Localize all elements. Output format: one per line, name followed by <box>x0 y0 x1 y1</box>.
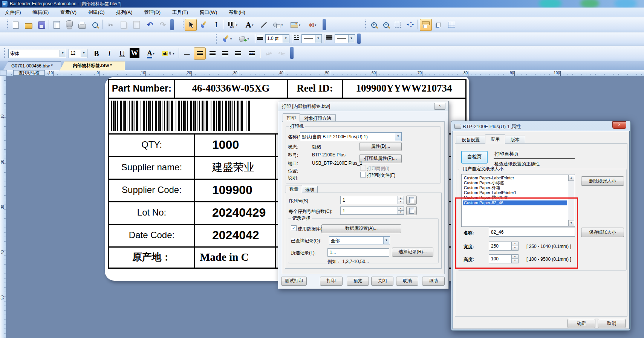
menu-manage[interactable]: 管理(D) <box>139 8 165 17</box>
page-setup-button[interactable] <box>50 19 63 31</box>
print-confirm-button[interactable]: 打印 <box>320 277 343 286</box>
properties-cancel-button[interactable]: 取消 <box>598 319 626 328</box>
font-color-button[interactable]: A▾ <box>142 47 159 60</box>
align-left-button[interactable] <box>194 47 206 60</box>
select-tool-button[interactable] <box>185 19 197 31</box>
barcode-object[interactable] <box>111 101 251 131</box>
redo-button[interactable]: ↷ <box>157 19 169 31</box>
scroll-up-arrow[interactable]: ▲ <box>568 175 574 181</box>
rfid-tool-button[interactable]: ((●))▾ <box>304 19 321 31</box>
save-button[interactable] <box>35 19 47 31</box>
highlight-button[interactable]: ab✎▾ <box>160 47 176 60</box>
origin-value[interactable]: Made in C <box>200 248 249 266</box>
part-number-value[interactable]: 46-40336W-05XG <box>175 80 286 97</box>
menu-edit[interactable]: 编辑(E) <box>28 8 54 17</box>
printer-properties-button[interactable]: 打印机属性(P)... <box>359 154 402 163</box>
doc-tab-active[interactable]: 内部物料标签.btw * <box>60 61 125 70</box>
underline-button[interactable]: U <box>116 47 128 60</box>
paper-list-item[interactable]: Custom Paper-LabelPrinter <box>463 176 567 180</box>
queried-records-combo[interactable]: 全部▼ <box>329 236 390 245</box>
printer-name-combo[interactable]: 默认(当前 BTP-2100E Plus(U) 1)▼ <box>300 132 402 141</box>
lot-no-value[interactable]: 20240429 <box>212 202 266 223</box>
toolbar-grip[interactable] <box>7 19 8 30</box>
menu-file[interactable]: 文件(F) <box>0 8 26 17</box>
menu-arrange[interactable]: 排列(A) <box>111 8 137 17</box>
self-test-page-button[interactable]: 自检页 <box>461 151 488 164</box>
print-button[interactable] <box>76 19 88 31</box>
supplier-name-label[interactable]: Supplier name: <box>109 157 194 177</box>
strikethrough-button[interactable]: — <box>181 47 193 60</box>
preview-button[interactable]: 预览 <box>347 277 369 286</box>
zoom-in-button[interactable]: + <box>368 19 380 31</box>
menu-tools[interactable]: 工具(T) <box>167 8 193 17</box>
open-button[interactable] <box>23 19 35 31</box>
reel-id-label[interactable]: Reel ID: <box>288 80 341 97</box>
print-preview-button[interactable] <box>89 19 101 31</box>
doc-tab-g0701[interactable]: G0701-000456.btw * <box>3 61 61 70</box>
database-settings-button[interactable]: 数据库设置(A)... <box>321 224 401 233</box>
font-size-combo[interactable]: 12▼ <box>69 49 87 58</box>
menu-help[interactable]: 帮助(H) <box>224 8 250 17</box>
cancel-button[interactable]: 取消 <box>396 277 418 286</box>
toggle-rulers-button[interactable] <box>420 19 432 31</box>
line-tool-button[interactable] <box>258 19 270 31</box>
image-tool-button[interactable]: ▾ <box>287 19 304 31</box>
menu-create[interactable]: 创建(C) <box>83 8 110 17</box>
undo-button[interactable]: ↶ <box>144 19 156 31</box>
fill-color-button[interactable]: ▾ <box>236 33 252 45</box>
print-tab[interactable]: 打印 <box>283 113 300 122</box>
snap-to-object-button[interactable] <box>433 19 445 31</box>
toggle-grid-button[interactable] <box>445 19 457 31</box>
paper-list-item[interactable]: Custom Paper-小标签 <box>463 180 567 185</box>
toolbar-grip[interactable] <box>365 19 366 30</box>
reel-id-value[interactable]: 109900YYWW210734 <box>343 80 465 97</box>
save-paper-size-button[interactable]: 保存纸张大小 <box>581 228 624 237</box>
toolbar-grip[interactable] <box>4 48 5 59</box>
menu-window[interactable]: 窗口(W) <box>195 8 222 17</box>
toolbar-grip[interactable] <box>182 19 184 30</box>
paper-list-item[interactable]: Custom Paper-LabelPrinter1 <box>463 190 567 195</box>
text-tool-button[interactable]: A▾ <box>241 19 258 31</box>
object-print-method-tab[interactable]: 对象打印方法 <box>300 114 336 122</box>
duplex-checkbox[interactable] <box>360 165 366 171</box>
fit-to-window-button[interactable]: ▲▼◀▶ <box>405 19 417 31</box>
supplier-name-value[interactable]: 建盛荣业 <box>212 157 254 177</box>
print-dialog-close-button[interactable]: × <box>434 103 445 110</box>
toolbar-overflow[interactable] <box>170 19 174 30</box>
supplier-code-label[interactable]: Supplier Code: <box>109 180 194 200</box>
align-center-button[interactable] <box>207 47 219 60</box>
zoom-region-button[interactable] <box>392 19 404 31</box>
date-code-value[interactable]: 2024042 <box>212 225 259 245</box>
version-tab[interactable]: 版本 <box>505 136 525 144</box>
database-setup-button[interactable] <box>63 19 75 31</box>
inverse-print-button[interactable]: W <box>130 48 139 58</box>
part-number-label[interactable]: Part Number: <box>109 80 174 97</box>
toolbar-grip[interactable] <box>216 34 217 44</box>
supplier-code-value[interactable]: 109900 <box>212 180 252 200</box>
device-settings-tab[interactable]: 设备设置 <box>456 136 485 144</box>
date-code-label[interactable]: Date Code: <box>109 225 194 245</box>
rotate-text-down-button[interactable]: ABC <box>276 47 288 60</box>
justify-button[interactable] <box>232 47 244 60</box>
rotate-text-up-button[interactable]: ABC <box>263 47 275 60</box>
toolbar-overflow[interactable] <box>323 19 326 30</box>
bold-button[interactable]: B <box>90 47 102 60</box>
copies-spin-down[interactable]: ▼ <box>398 210 404 215</box>
test-print-button[interactable]: 测试打印 <box>281 277 307 286</box>
properties-close-button[interactable]: × <box>612 121 626 129</box>
print-to-file-checkbox[interactable] <box>360 172 366 177</box>
copies-input[interactable]: 1 <box>340 206 398 215</box>
paper-list-item[interactable]: Custom Paper-外箱 <box>463 185 567 190</box>
copy-button[interactable] <box>118 19 130 31</box>
properties-button[interactable]: 属性(D)... <box>359 142 402 151</box>
toolbar-overflow[interactable] <box>357 34 361 44</box>
origin-label[interactable]: 原产地： <box>109 248 194 266</box>
select-records-button[interactable]: 选择记录(R)... <box>392 248 433 257</box>
selected-records-input[interactable]: 1... <box>327 248 389 257</box>
line-weight-combo[interactable]: 1.0 pt▼ <box>265 34 289 43</box>
serial-settings-button[interactable] <box>406 196 417 205</box>
qty-label[interactable]: QTY: <box>109 135 194 155</box>
text-cursor-tool-button[interactable]: I <box>210 19 222 31</box>
serial-number-input[interactable]: 1 <box>340 196 398 204</box>
border-style-combo[interactable]: ▼ <box>335 34 355 43</box>
